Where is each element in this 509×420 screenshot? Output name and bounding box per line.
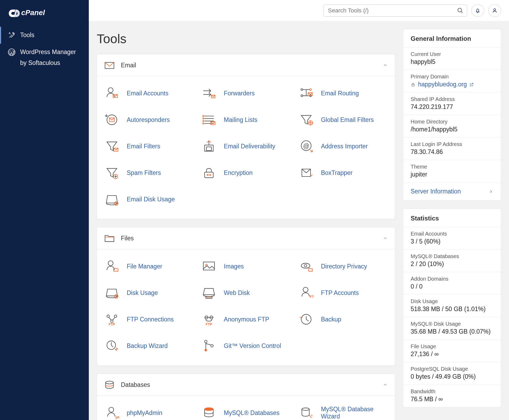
stat-label: Addon Domains [411, 276, 493, 282]
disk-usage-icon [104, 285, 120, 301]
chevron-up-icon [383, 63, 388, 68]
svg-point-51 [106, 381, 113, 384]
tool-autoresponders[interactable]: Autoresponders [100, 107, 197, 133]
tool-email-disk-usage[interactable]: Email Disk Usage [100, 186, 197, 213]
svg-point-52 [109, 407, 114, 412]
search-button[interactable] [456, 6, 464, 15]
tool-backup-wizard[interactable]: Backup Wizard [100, 333, 197, 359]
stat-mysql-disk-usage: MySQL® Disk Usage35.68 MB / 49.53 GB (0.… [403, 317, 501, 339]
tool-email-routing[interactable]: Email Routing [295, 80, 392, 107]
email-deliverability-icon [201, 138, 217, 154]
panel-email: Email Email AccountsForwardersEmail Rout… [97, 54, 395, 219]
search-input[interactable] [323, 5, 467, 17]
tool-spam-filters[interactable]: Spam Filters [100, 160, 197, 186]
info-label: Last Login IP Address [411, 141, 493, 147]
anonymous-ftp-icon: FTP [201, 311, 217, 327]
svg-point-15 [203, 116, 204, 117]
notifications-button[interactable] [471, 4, 484, 17]
tool-anonymous-ftp[interactable]: FTPAnonymous FTP [197, 306, 294, 333]
tool-label: FTP Connections [127, 316, 174, 323]
tool-encryption[interactable]: Encryption [197, 160, 294, 186]
tool-label: phpMyAdmin [127, 409, 162, 417]
tool-label: Email Accounts [127, 90, 168, 97]
svg-point-28 [210, 174, 211, 176]
tool-images[interactable]: Images [197, 253, 294, 280]
spam-filters-icon [104, 165, 120, 181]
stat-value: 0 bytes / 49.49 GB (0%) [411, 373, 493, 380]
tool-forwarders[interactable]: Forwarders [197, 80, 294, 107]
tool-backup[interactable]: Backup [295, 306, 392, 333]
backup-wizard-icon [104, 338, 120, 354]
tool-label: Email Deliverability [224, 143, 275, 150]
tool-label: Address Importer [321, 143, 368, 150]
general-info-panel: General Information Current Userhappybl5… [403, 29, 501, 201]
panel-databases-header[interactable]: Databases [97, 374, 395, 396]
svg-point-30 [108, 261, 113, 266]
stat-email-accounts: Email Accounts3 / 5 (60%) [403, 227, 501, 249]
nav-wordpress-sub: by Softaculous [0, 58, 89, 69]
tool-web-disk[interactable]: Web Disk [197, 280, 294, 306]
info-value: 74.220.219.177 [411, 103, 493, 110]
svg-point-3 [494, 8, 495, 10]
backup-icon [298, 311, 314, 327]
address-importer-icon: @ [298, 138, 314, 154]
tool-label: MySQL® Database Wizard [321, 406, 388, 420]
ftp-accounts-icon: FTP [298, 285, 314, 301]
panel-databases: Databases phpphpMyAdminMySQL® DatabasesM… [97, 374, 395, 420]
tool-disk-usage[interactable]: Disk Usage [100, 280, 197, 306]
tool-label: Directory Privacy [321, 263, 367, 270]
tool-email-filters[interactable]: Email Filters [100, 133, 197, 160]
autoresponders-icon [104, 112, 120, 128]
panel-files-title: Files [121, 235, 134, 242]
info-current-user: Current Userhappybl5 [403, 47, 501, 70]
email-filters-icon [104, 138, 120, 154]
svg-rect-31 [203, 262, 214, 270]
svg-point-49 [205, 349, 207, 351]
tool-directory-privacy[interactable]: Directory Privacy [295, 253, 392, 280]
tool-email-deliverability[interactable]: Email Deliverability [197, 133, 294, 160]
tool-ftp-connections[interactable]: FTPFTP Connections [100, 306, 197, 333]
nav-wordpress-label: WordPress Manager [20, 48, 76, 56]
server-information-link[interactable]: Server Information [403, 182, 501, 200]
nav-tools[interactable]: Tools [0, 27, 89, 44]
stat-mysql-databases: MySQL® Databases2 / 20 (10%) [403, 249, 501, 272]
tool-address-importer[interactable]: @Address Importer [295, 133, 392, 160]
stat-disk-usage: Disk Usage518.38 MB / 50 GB (1.01%) [403, 294, 501, 317]
tool-git-version-control[interactable]: Git™ Version Control [197, 333, 294, 359]
brand-logo[interactable]: cPanel [0, 7, 89, 27]
info-label: Current User [411, 51, 493, 57]
tool-boxtrapper[interactable]: BoxTrapper [295, 160, 392, 186]
tool-label: Autoresponders [127, 116, 170, 123]
tool-ftp-accounts[interactable]: FTPFTP Accounts [295, 280, 392, 306]
info-home-directory: Home Directory/home1/happybl5 [403, 115, 501, 137]
git-icon [201, 338, 217, 354]
svg-point-8 [301, 89, 303, 91]
tool-mailing-lists[interactable]: Mailing Lists [197, 107, 294, 133]
svg-text:@: @ [303, 143, 309, 149]
info-value: happybl5 [411, 58, 493, 65]
primary-domain-link[interactable]: happybluedog.org [418, 81, 467, 88]
tool-label: Backup [321, 316, 341, 323]
tool-label: Encryption [224, 169, 253, 176]
tool-mysql-database-wizard[interactable]: MySQL® Database Wizard [295, 400, 392, 420]
global-email-filters-icon [298, 112, 314, 128]
chevron-right-icon [489, 189, 493, 194]
svg-point-27 [207, 174, 208, 176]
info-last-login-ip-address: Last Login IP Address78.30.74.86 [403, 137, 501, 160]
images-icon [201, 258, 217, 274]
tool-global-email-filters[interactable]: Global Email Filters [295, 107, 392, 133]
panel-email-header[interactable]: Email [97, 54, 395, 76]
chevron-up-icon [383, 236, 388, 241]
nav-tools-label: Tools [20, 32, 34, 39]
directory-privacy-icon [298, 258, 314, 274]
panel-databases-title: Databases [121, 381, 150, 388]
tool-email-accounts[interactable]: Email Accounts [100, 80, 197, 107]
tool-mysql-databases[interactable]: MySQL® Databases [197, 400, 294, 420]
stat-label: MySQL® Databases [411, 253, 493, 259]
info-theme: Themejupiter [403, 160, 501, 182]
panel-files-header[interactable]: Files [97, 227, 395, 249]
tool-phpmyadmin[interactable]: phpphpMyAdmin [100, 400, 197, 420]
account-button[interactable] [488, 4, 501, 17]
tool-file-manager[interactable]: File Manager [100, 253, 197, 280]
stat-label: Email Accounts [411, 231, 493, 237]
